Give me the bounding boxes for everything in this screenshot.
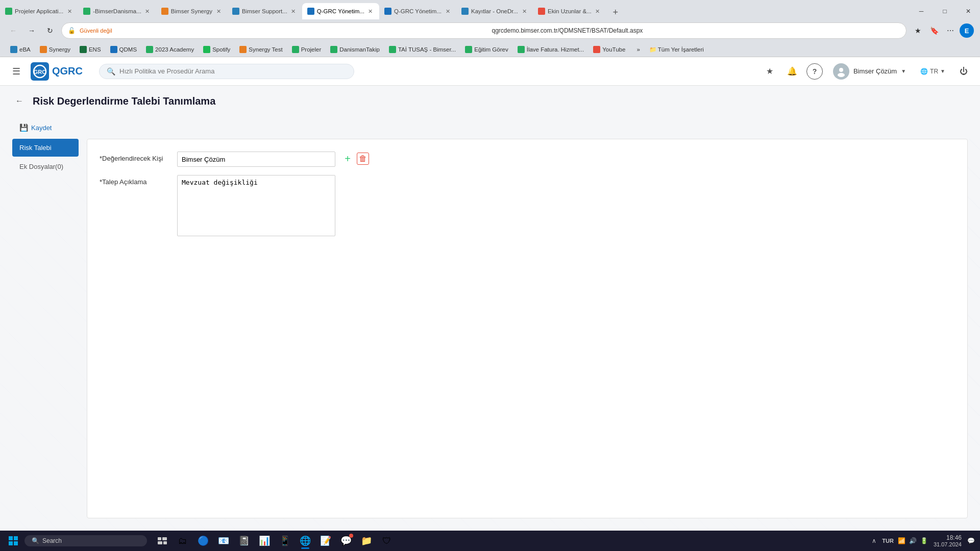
browser-chrome: Projeler Applicati... ✕ -BimserDanisma..… — [0, 0, 980, 57]
app-menu-button[interactable]: ☰ — [8, 63, 24, 80]
extensions-button[interactable]: ★ — [911, 23, 925, 38]
tab-favicon — [83, 8, 90, 15]
taskbar-search[interactable]: 🔍 Search — [24, 535, 147, 546]
maximize-button[interactable]: □ — [933, 3, 957, 19]
power-button[interactable]: ⏻ — [955, 63, 972, 80]
user-profile[interactable]: Bimser Çözüm ▼ — [829, 61, 910, 82]
svg-point-2 — [839, 68, 843, 72]
person-input[interactable] — [177, 152, 335, 167]
tab-projeler[interactable]: Projeler Applicati... ✕ — [0, 3, 78, 19]
taskbar-edge[interactable]: 🔵 — [194, 532, 212, 550]
bookmarks-more-button[interactable]: » — [632, 45, 644, 54]
tab-synergy[interactable]: Bimser Synergy ✕ — [156, 3, 227, 19]
bookmark-egitim[interactable]: Eğitim Görev — [461, 45, 512, 54]
start-button[interactable] — [4, 532, 22, 550]
app-search-bar[interactable]: 🔍 — [99, 64, 354, 79]
tab-close[interactable]: ✕ — [367, 8, 374, 15]
bookmark-favicon — [292, 46, 299, 53]
forward-nav-button[interactable]: → — [24, 23, 39, 38]
url-bar[interactable]: 🔓 Güvenli değil qgrcdemo.bimser.com.tr/Q… — [61, 22, 906, 39]
new-tab-button[interactable]: + — [608, 5, 623, 19]
save-button[interactable]: 💾 Kaydet — [12, 120, 59, 135]
tab-onedrive[interactable]: Kayıtlar - OneDr... ✕ — [456, 3, 533, 19]
bookmark-youtube[interactable]: YouTube — [589, 45, 629, 54]
tab-close[interactable]: ✕ — [215, 8, 222, 15]
tab-qgrc-active[interactable]: Q-GRC Yönetim... ✕ — [302, 3, 379, 19]
close-button[interactable]: ✕ — [957, 3, 980, 19]
taskbar-onenote[interactable]: 📓 — [235, 532, 253, 550]
tray-chevron[interactable]: ∧ — [869, 536, 879, 546]
tab-qgrc-2[interactable]: Q-GRC Yönetim... ✕ — [379, 3, 456, 19]
bookmark-button[interactable]: 🔖 — [927, 23, 941, 38]
back-nav-button[interactable]: ← — [6, 23, 20, 38]
folder-label: Tüm Yer İşaretleri — [658, 46, 704, 53]
tab-close[interactable]: ✕ — [144, 8, 151, 15]
bookmark-projeler[interactable]: Projeler — [288, 45, 326, 54]
date-display: 31.07.2024 — [934, 541, 962, 547]
bookmark-label: Synergy Test — [249, 46, 282, 53]
tab-close[interactable]: ✕ — [66, 8, 73, 15]
back-button[interactable]: ← — [12, 94, 27, 108]
bookmark-ilave[interactable]: İlave Fatura. Hizmet... — [513, 45, 588, 54]
bookmark-spotify[interactable]: Spotify — [199, 45, 234, 54]
window-controls: ─ □ ✕ — [910, 3, 980, 19]
delete-person-button[interactable]: 🗑 — [357, 153, 369, 165]
sidebar-item-ek-dosyalar[interactable]: Ek Dosyalar(0) — [12, 158, 79, 176]
minimize-button[interactable]: ─ — [910, 3, 933, 19]
bookmark-folder-tum[interactable]: 📁 Tüm Yer İşaretleri — [645, 45, 708, 54]
task-view-icon — [157, 537, 167, 545]
tab-title: Bimser Synergy — [171, 8, 212, 14]
tab-bimser-danisma[interactable]: -BimserDanisma... ✕ — [78, 3, 156, 19]
svg-point-3 — [838, 73, 845, 77]
taskbar-word[interactable]: 📝 — [316, 532, 335, 550]
taskbar-folder[interactable]: 📁 — [357, 532, 376, 550]
svg-rect-10 — [158, 541, 162, 544]
bookmark-eba[interactable]: eBA — [6, 45, 35, 54]
tab-close[interactable]: ✕ — [444, 8, 451, 15]
sidebar-item-risk-talebi[interactable]: Risk Talebi — [12, 139, 79, 157]
taskbar-file-explorer[interactable]: 🗂 — [174, 532, 192, 550]
bookmark-danismantakip[interactable]: DanismanTakip — [326, 45, 384, 54]
toolbar: 💾 Kaydet — [0, 116, 980, 139]
bookmark-favicon — [80, 46, 87, 53]
tab-close[interactable]: ✕ — [521, 8, 528, 15]
tab-close[interactable]: ✕ — [290, 8, 297, 15]
taskbar-teams[interactable]: 💬 — [337, 532, 355, 550]
tab-favicon — [384, 8, 391, 15]
taskbar-chrome[interactable]: 🌐 — [296, 532, 314, 550]
tab-title: Bimser Support... — [242, 8, 287, 14]
bookmark-tai[interactable]: TAİ TUSAŞ - Bimser... — [385, 45, 460, 54]
help-button[interactable]: ? — [806, 63, 823, 80]
bookmark-qdms[interactable]: QDMS — [106, 45, 141, 54]
tab-favicon — [5, 8, 12, 15]
notification-center-icon[interactable]: 💬 — [966, 536, 976, 546]
taskbar-security[interactable]: 🛡 — [378, 532, 396, 550]
tab-youtube[interactable]: Ekin Uzunlar &... ✕ — [533, 3, 606, 19]
battery-icon[interactable]: 🔋 — [919, 536, 929, 546]
taskbar-clock[interactable]: 18:46 31.07.2024 — [934, 534, 962, 547]
taskbar-task-view[interactable] — [153, 532, 172, 550]
bookmark-2023academy[interactable]: 2023 Academy — [142, 45, 198, 54]
taskbar-app-unknown[interactable]: 📱 — [276, 532, 294, 550]
taskbar-outlook[interactable]: 📧 — [214, 532, 233, 550]
profile-button[interactable]: E — [960, 23, 974, 38]
reload-button[interactable]: ↻ — [43, 23, 57, 38]
language-tray[interactable]: TUR — [880, 537, 896, 545]
volume-icon[interactable]: 🔊 — [908, 536, 918, 546]
wifi-icon[interactable]: 📶 — [897, 536, 907, 546]
notification-button[interactable]: 🔔 — [784, 63, 800, 80]
search-input[interactable] — [119, 67, 347, 75]
language-button[interactable]: 🌐 TR ▼ — [916, 66, 949, 77]
tab-support[interactable]: Bimser Support... ✕ — [227, 3, 302, 19]
bookmark-ens[interactable]: ENS — [76, 45, 105, 54]
taskbar-excel[interactable]: 📊 — [255, 532, 274, 550]
bookmark-synergy-test[interactable]: Synergy Test — [235, 45, 286, 54]
bookmark-label: Synergy — [49, 46, 70, 53]
bookmark-label: Eğitim Görev — [474, 46, 508, 53]
tab-close[interactable]: ✕ — [594, 8, 601, 15]
description-textarea[interactable] — [177, 175, 335, 236]
browser-menu-button[interactable]: ⋯ — [943, 23, 958, 38]
bookmark-synergy[interactable]: Synergy — [36, 45, 75, 54]
star-button[interactable]: ★ — [762, 63, 778, 80]
add-person-button[interactable]: + — [341, 153, 354, 165]
